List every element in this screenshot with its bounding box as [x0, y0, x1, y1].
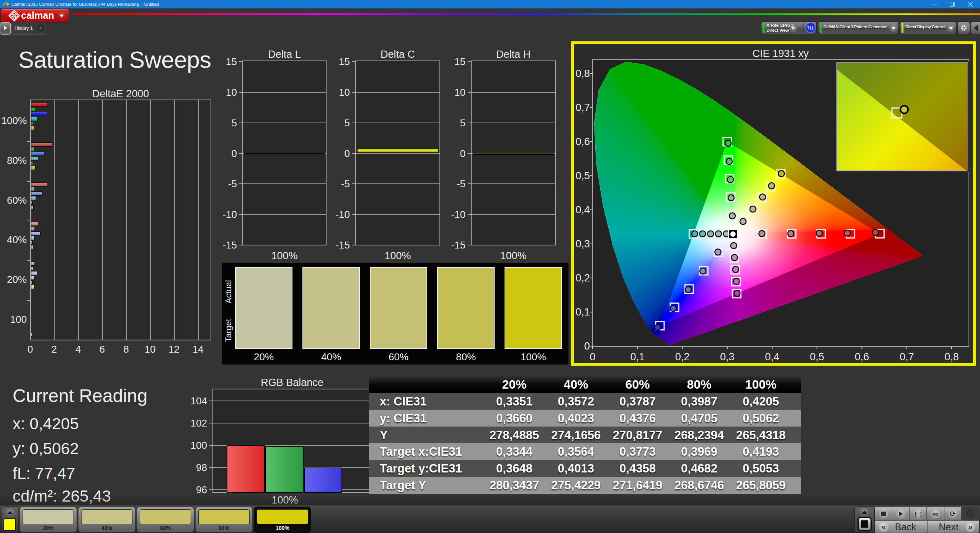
svg-text:0: 0 [590, 351, 595, 363]
svg-text:0,3: 0,3 [575, 238, 590, 250]
svg-text:0,3: 0,3 [720, 351, 735, 363]
svg-text:0,4: 0,4 [765, 351, 779, 363]
svg-text:0,1: 0,1 [575, 306, 590, 318]
svg-text:0,1: 0,1 [630, 351, 645, 363]
svg-text:0,6: 0,6 [575, 136, 590, 147]
svg-text:0,8: 0,8 [944, 351, 959, 363]
svg-text:0,6: 0,6 [855, 351, 869, 363]
svg-text:0,5: 0,5 [575, 170, 590, 181]
svg-text:CIE 1931 xy: CIE 1931 xy [752, 48, 809, 59]
svg-text:0,8: 0,8 [575, 68, 590, 79]
svg-text:0,7: 0,7 [575, 102, 590, 113]
svg-text:0,5: 0,5 [810, 351, 824, 363]
svg-text:0: 0 [584, 340, 590, 352]
svg-text:0,4: 0,4 [575, 204, 590, 216]
svg-text:0,2: 0,2 [575, 272, 590, 284]
svg-text:0,7: 0,7 [900, 351, 914, 363]
svg-text:0,2: 0,2 [675, 351, 690, 363]
